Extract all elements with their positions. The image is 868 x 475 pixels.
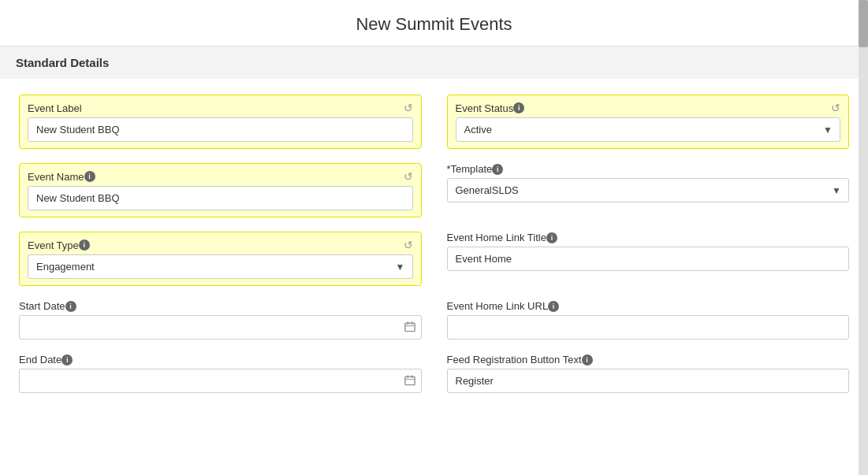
end-date-calendar-icon[interactable] (404, 374, 415, 388)
start-date-label-text: Start Date (19, 300, 65, 312)
feed-registration-info-icon[interactable]: i (582, 354, 593, 366)
section-header: Standard Details (0, 46, 868, 79)
event-name-reset-icon[interactable]: ↺ (404, 170, 413, 183)
event-name-field: Event Name i ↺ (19, 163, 422, 217)
event-home-link-url-field: Event Home Link URL i (447, 300, 850, 340)
event-status-reset-icon[interactable]: ↺ (831, 102, 840, 114)
svg-rect-0 (404, 323, 414, 332)
page-title: New Summit Events (0, 0, 868, 46)
event-home-link-url-info-icon[interactable]: i (548, 301, 559, 312)
event-type-reset-icon[interactable]: ↺ (404, 239, 413, 251)
template-field: * Template i GeneralSLDS Modern Classic … (447, 163, 850, 217)
event-label-text: Event Label (28, 102, 82, 114)
svg-rect-4 (404, 377, 414, 385)
event-status-field: Event Status i ↺ Active Inactive Draft ▼ (447, 95, 850, 149)
event-type-label-text: Event Type (28, 239, 79, 251)
event-name-input[interactable] (28, 186, 413, 210)
template-label-text: Template (451, 163, 493, 175)
event-type-info-icon[interactable]: i (79, 239, 90, 250)
scrollbar[interactable] (859, 0, 868, 475)
event-label-input[interactable] (28, 117, 413, 142)
event-status-select[interactable]: Active Inactive Draft (456, 117, 841, 142)
start-date-calendar-icon[interactable] (404, 321, 415, 334)
event-name-info-icon[interactable]: i (84, 171, 95, 182)
feed-registration-input[interactable] (447, 369, 850, 393)
event-status-label-text: Event Status (456, 102, 514, 114)
event-home-link-url-label-text: Event Home Link URL (447, 300, 549, 312)
event-label-field: Event Label ↺ (19, 95, 422, 149)
event-type-select[interactable]: Engagement Conference Workshop (28, 254, 413, 279)
feed-registration-label-text: Feed Registration Button Text (447, 354, 582, 366)
form-grid: Event Label ↺ Event Status i ↺ Active In… (19, 95, 849, 393)
feed-registration-button-text-field: Feed Registration Button Text i (447, 354, 850, 393)
template-select[interactable]: GeneralSLDS Modern Classic (447, 178, 850, 202)
end-date-info-icon[interactable]: i (61, 354, 73, 366)
event-name-label-text: Event Name (28, 171, 84, 183)
event-name-label-row: Event Name i ↺ (28, 170, 413, 183)
event-type-label-row: Event Type i ↺ (28, 239, 413, 251)
form-area: Event Label ↺ Event Status i ↺ Active In… (0, 79, 868, 409)
event-home-link-title-label-row: Event Home Link Title i (447, 232, 850, 243)
event-home-link-title-input[interactable] (447, 247, 850, 271)
template-label-row: * Template i (447, 163, 850, 175)
end-date-label-row: End Date i (19, 354, 422, 366)
template-info-icon[interactable]: i (492, 164, 503, 175)
start-date-field: Start Date i (19, 300, 422, 340)
page-title-text: New Summit Events (356, 14, 512, 34)
start-date-label-row: Start Date i (19, 300, 422, 312)
event-home-link-title-info-icon[interactable]: i (546, 232, 557, 243)
event-status-select-wrapper: Active Inactive Draft ▼ (456, 117, 841, 142)
event-status-info-icon[interactable]: i (513, 102, 524, 113)
start-date-input[interactable] (19, 315, 422, 340)
event-type-select-wrapper: Engagement Conference Workshop ▼ (28, 254, 413, 279)
template-select-wrapper: GeneralSLDS Modern Classic ▼ (447, 178, 850, 202)
event-home-link-url-label-row: Event Home Link URL i (447, 300, 850, 312)
start-date-info-icon[interactable]: i (65, 301, 76, 312)
scrollbar-thumb[interactable] (859, 0, 868, 47)
end-date-field: End Date i (19, 354, 422, 393)
event-type-field: Event Type i ↺ Engagement Conference Wor… (19, 232, 422, 286)
end-date-input[interactable] (19, 369, 422, 393)
end-date-input-wrapper (19, 369, 422, 393)
end-date-label-text: End Date (19, 354, 61, 366)
feed-registration-label-row: Feed Registration Button Text i (447, 354, 850, 366)
section-label: Standard Details (16, 56, 109, 69)
event-status-label-row: Event Status i ↺ (456, 102, 841, 114)
event-home-link-url-input[interactable] (447, 315, 850, 340)
event-home-link-title-label-text: Event Home Link Title (447, 232, 546, 243)
event-label-row: Event Label ↺ (28, 102, 413, 114)
start-date-input-wrapper (19, 315, 422, 340)
event-home-link-title-field: Event Home Link Title i (447, 232, 850, 286)
page-wrapper: New Summit Events Standard Details Event… (0, 0, 868, 475)
event-label-reset-icon[interactable]: ↺ (404, 102, 413, 114)
